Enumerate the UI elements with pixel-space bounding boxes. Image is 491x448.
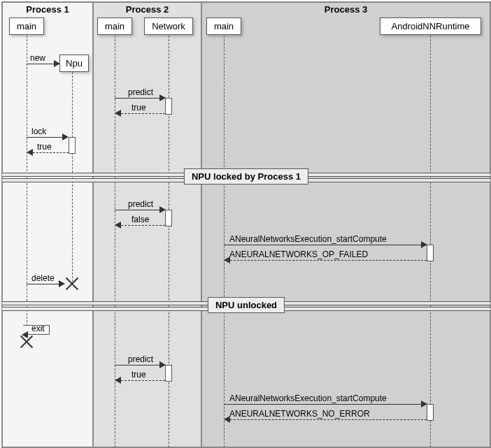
destroy-icon <box>20 335 34 349</box>
msg-true: true <box>37 142 52 152</box>
participant-main-p1: main <box>9 17 44 35</box>
msg-predict: predict <box>128 354 153 364</box>
participant-main-p2: main <box>97 17 132 35</box>
divider-label: NPU locked by Process 1 <box>184 168 308 185</box>
arrow-head-icon <box>224 256 230 263</box>
group-title: Process 2 <box>94 3 201 16</box>
arrow-head-icon <box>115 377 121 384</box>
group-process-3: Process 3 <box>201 2 490 447</box>
lifeline <box>430 36 431 447</box>
group-title: Process 3 <box>202 3 490 16</box>
msg-true: true <box>131 103 146 113</box>
arrow-head-icon <box>224 416 230 423</box>
participant-main-p3: main <box>206 17 241 35</box>
msg-delete: delete <box>31 273 55 283</box>
msg-lock: lock <box>31 127 46 136</box>
arrow <box>27 137 65 138</box>
activation-bar <box>165 98 172 115</box>
arrow <box>121 380 165 381</box>
lifeline <box>224 36 225 447</box>
msg-predict: predict <box>128 199 153 209</box>
divider-label: NPU unlocked <box>208 297 285 313</box>
arrow <box>27 284 62 284</box>
arrow <box>121 113 165 114</box>
msg-false: false <box>131 215 149 224</box>
msg-no-error: ANEURALNETWORKS_NO_ERROR <box>229 409 370 419</box>
arrow-head-icon <box>62 133 69 140</box>
msg-true: true <box>131 370 146 380</box>
arrow-head-icon <box>115 222 121 229</box>
destroy-icon <box>65 277 79 291</box>
arrow <box>230 260 427 261</box>
msg-start-compute: ANeuralNetworksExecution_startCompute <box>229 234 387 244</box>
activation-bar <box>427 404 434 421</box>
participant-npu: Npu <box>59 55 89 72</box>
activation-bar <box>69 137 76 154</box>
msg-op-failed: ANEURALNETWORKS_OP_FAILED <box>229 250 368 259</box>
arrow <box>224 245 424 245</box>
lifeline <box>72 72 73 282</box>
msg-start-compute: ANeuralNetworksExecution_startCompute <box>229 393 387 403</box>
arrow-head-icon <box>115 110 121 117</box>
participant-androidnnruntime: AndroidNNRuntime <box>380 17 481 35</box>
arrow <box>115 365 162 366</box>
arrow <box>224 404 424 405</box>
activation-bar <box>165 210 172 226</box>
arrow-head-icon <box>59 280 65 287</box>
arrow <box>115 98 162 99</box>
arrow <box>230 419 427 420</box>
msg-new: new <box>30 53 45 63</box>
arrow <box>33 152 69 153</box>
msg-predict: predict <box>128 87 153 97</box>
arrow <box>115 210 162 210</box>
arrow <box>121 225 165 226</box>
participant-network: Network <box>144 17 193 35</box>
activation-bar <box>165 365 172 382</box>
arrow <box>27 64 57 64</box>
activation-bar <box>427 245 434 261</box>
group-title: Process 1 <box>3 3 92 16</box>
arrow-head-icon <box>27 149 33 156</box>
sequence-diagram: Process 1 Process 2 Process 3 main main … <box>1 1 491 448</box>
